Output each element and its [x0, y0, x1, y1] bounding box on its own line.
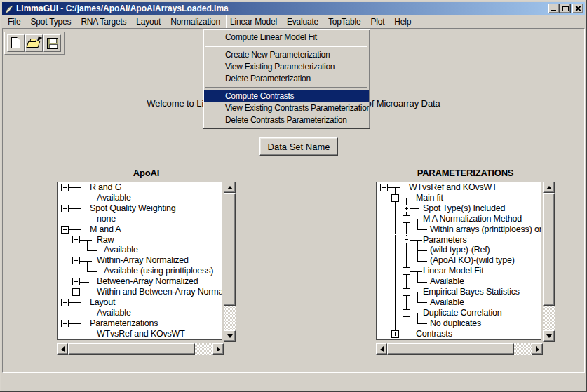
tree-node-available[interactable]: Available — [97, 193, 131, 203]
menubar-item-linear-model[interactable]: Linear Model — [226, 15, 281, 29]
tree-collapse-box[interactable] — [403, 236, 410, 243]
scroll-down-button[interactable] — [543, 330, 555, 342]
apoai-tree-panel: ApoAI R and GAvailableSpot Quality Weigh… — [57, 168, 236, 355]
open-file-button[interactable] — [25, 34, 43, 52]
tree-expand-box[interactable] — [391, 330, 399, 338]
tree-node-between-array-normalized[interactable]: Between-Array Normalized — [97, 276, 198, 287]
tree-node-linear-model-fit[interactable]: Linear Model Fit — [423, 266, 483, 276]
menubar-item-evaluate[interactable]: Evaluate — [283, 15, 323, 29]
tree-node-raw[interactable]: Raw — [97, 235, 114, 245]
tree-node-within-arrays-printtiploess-only[interactable]: Within arrays (printtiploess) only — [430, 224, 541, 235]
menu-item-delete-contrasts-parameterization[interactable]: Delete Contrasts Parameterization — [204, 114, 369, 126]
scrollbar-thumb[interactable] — [68, 343, 195, 355]
menu-item-compute-linear-model-fit[interactable]: Compute Linear Model Fit — [204, 32, 369, 43]
tree-node-available[interactable]: Available — [430, 297, 464, 308]
tree-node-available[interactable]: Available — [430, 276, 464, 287]
tree-node-no-duplicates[interactable]: No duplicates — [430, 318, 481, 329]
menu-item-create-new-parameterization[interactable]: Create New Parameterization — [204, 49, 369, 61]
up-arrow-icon — [227, 186, 233, 189]
tree-node-spot-quality-weighting[interactable]: Spot Quality Weighting — [90, 203, 176, 214]
menu-item-view-existing-parameterization[interactable]: View Existing Parameterization — [204, 61, 369, 73]
scroll-left-button[interactable] — [376, 343, 387, 355]
left-arrow-icon — [61, 346, 65, 352]
new-document-icon — [11, 37, 20, 48]
tree-node-available[interactable]: Available — [97, 308, 131, 318]
tree-collapse-box[interactable] — [403, 309, 410, 317]
menubar-item-spot-types[interactable]: Spot Types — [27, 15, 76, 29]
tree-node-r-and-g[interactable]: R and G — [90, 182, 121, 193]
tree-collapse-box[interactable] — [72, 236, 80, 243]
tree-node-none[interactable]: none — [97, 214, 116, 224]
up-arrow-icon — [546, 186, 552, 189]
menubar-item-file[interactable]: File — [4, 15, 25, 29]
tree-collapse-box[interactable] — [61, 226, 69, 234]
scrollbar-thumb[interactable] — [543, 193, 555, 306]
menubar-item-plot[interactable]: Plot — [366, 15, 389, 29]
vertical-scrollbar — [224, 182, 236, 342]
window-controls — [548, 4, 583, 13]
tree-expand-box[interactable] — [72, 278, 80, 285]
save-file-button[interactable] — [43, 34, 61, 52]
tree-node-available-using-printtiploess[interactable]: Available (using printtiploess) — [104, 266, 213, 276]
down-arrow-icon — [227, 334, 233, 338]
menu-item-delete-parameterization[interactable]: Delete Parameterization — [204, 73, 369, 85]
tree-expand-box[interactable] — [72, 288, 80, 296]
menubar-item-rna-targets[interactable]: RNA Targets — [76, 15, 130, 29]
menu-item-compute-contrasts[interactable]: Compute Contrasts — [204, 90, 369, 102]
window-title: LimmaGUI - C:/james/ApoAI/ApoAIArraysLoa… — [16, 4, 229, 13]
tree-node-within-array-normalized[interactable]: Within-Array Normalized — [97, 255, 189, 266]
tree-node-wtvsref-and-kovswt[interactable]: WTvsRef and KOvsWT — [409, 182, 497, 193]
scroll-right-button[interactable] — [532, 343, 543, 355]
menubar-item-normalization[interactable]: Normalization — [166, 15, 224, 29]
tree-collapse-box[interactable] — [61, 320, 69, 327]
tree-collapse-box[interactable] — [61, 205, 69, 212]
tree-node-m-a-normalization-method[interactable]: M A Normalization Method — [423, 214, 522, 224]
tree-node-parameterizations[interactable]: Parameterizations — [90, 318, 158, 329]
minimize-icon — [551, 10, 556, 11]
menubar-item-toptable[interactable]: TopTable — [324, 15, 365, 29]
menu-item-view-existing-contrasts-parameterization[interactable]: View Existing Contrasts Parameterization — [204, 102, 369, 114]
tree-node-wild-type-ref[interactable]: (wild type)-(Ref) — [430, 245, 490, 255]
scroll-right-button[interactable] — [212, 343, 224, 355]
minimize-button[interactable] — [548, 4, 560, 13]
tree-collapse-box[interactable] — [391, 194, 399, 202]
status-bar — [2, 373, 585, 390]
tree-collapse-box[interactable] — [403, 267, 410, 275]
tree-node-within-and-between-array-normalized[interactable]: Within and Between-Array Normalized — [97, 287, 222, 297]
open-folder-icon — [26, 41, 40, 48]
tree-expand-box[interactable] — [403, 205, 410, 212]
scrollbar-thumb[interactable] — [224, 193, 236, 306]
app-icon[interactable] — [4, 4, 13, 13]
tree-node-m-and-a[interactable]: M and A — [90, 224, 121, 235]
tree-node-apoai-ko-wild-type[interactable]: (ApoAI KO)-(wild type) — [430, 255, 515, 266]
tree-node-wtvsref-and-kovswt[interactable]: WTvsRef and KOvsWT — [97, 329, 185, 339]
tree-node-layout[interactable]: Layout — [90, 297, 115, 308]
tree-collapse-box[interactable] — [403, 288, 410, 296]
tree-node-contrasts[interactable]: Contrasts — [416, 329, 452, 339]
parameterizations-tree: WTvsRef and KOvsWTMain fitSpot Type(s) I… — [376, 182, 541, 340]
tree-node-parameters[interactable]: Parameters — [423, 235, 467, 245]
close-button[interactable] — [572, 4, 583, 13]
tree-collapse-box[interactable] — [380, 184, 388, 191]
scroll-left-button[interactable] — [57, 343, 68, 355]
tree-collapse-box[interactable] — [61, 184, 69, 191]
tree-node-duplicate-correlation[interactable]: Duplicate Correlation — [423, 308, 502, 318]
scrollbar-thumb[interactable] — [387, 343, 514, 355]
maximize-button[interactable] — [560, 4, 571, 13]
new-file-button[interactable] — [7, 34, 25, 52]
titlebar[interactable]: LimmaGUI - C:/james/ApoAI/ApoAIArraysLoa… — [2, 2, 585, 15]
menubar-item-help[interactable]: Help — [390, 15, 415, 29]
tree-node-empirical-bayes-statistics[interactable]: Empirical Bayes Statistics — [423, 287, 520, 297]
scroll-up-button[interactable] — [543, 182, 555, 193]
data-set-name-button[interactable]: Data Set Name — [259, 137, 338, 156]
scroll-up-button[interactable] — [224, 182, 236, 193]
menubar-item-layout[interactable]: Layout — [132, 15, 165, 29]
tree-node-available[interactable]: Available — [104, 245, 138, 255]
tree-title-parameterizations: PARAMETERIZATIONS — [376, 168, 555, 180]
tree-node-main-fit[interactable]: Main fit — [416, 193, 443, 203]
tree-collapse-box[interactable] — [72, 257, 80, 264]
scroll-down-button[interactable] — [224, 330, 236, 342]
tree-collapse-box[interactable] — [61, 299, 69, 306]
tree-node-spot-type-s-included[interactable]: Spot Type(s) Included — [423, 203, 505, 214]
tree-collapse-box[interactable] — [403, 215, 410, 223]
